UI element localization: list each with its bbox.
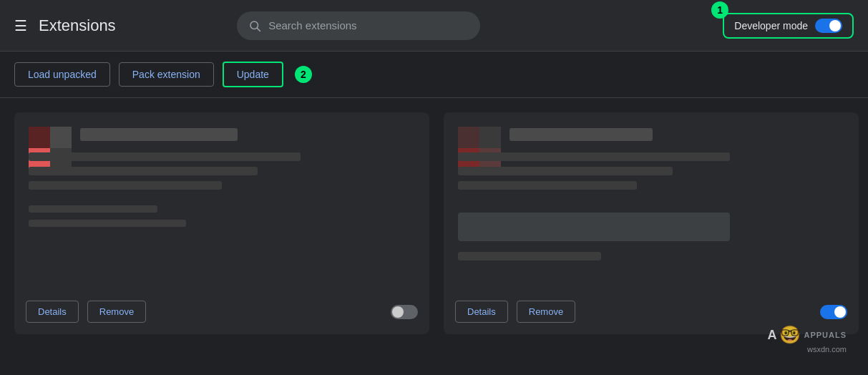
- extension-card-1: Details Remove: [14, 112, 429, 334]
- remove-button-1[interactable]: Remove: [87, 301, 146, 323]
- extension-toggle-1[interactable]: [391, 305, 418, 319]
- card-footer-1: Details Remove: [14, 301, 429, 323]
- menu-icon[interactable]: ☰: [14, 17, 27, 34]
- details-button-1[interactable]: Details: [26, 301, 79, 323]
- card-footer-2: Details Remove: [444, 301, 859, 323]
- brand-name: APPUALS: [804, 331, 847, 339]
- card-body-1: [14, 112, 429, 301]
- card-body-2: [444, 112, 859, 301]
- extension-card-2: Details Remove: [444, 112, 859, 334]
- page-title: Extensions: [39, 16, 116, 35]
- svg-rect-3: [50, 127, 72, 148]
- developer-mode-toggle[interactable]: [815, 19, 842, 33]
- svg-line-1: [258, 28, 260, 31]
- extension-toggle-2[interactable]: [820, 305, 847, 319]
- search-bar[interactable]: [237, 11, 480, 40]
- extension-icon-2: [458, 127, 501, 170]
- svg-rect-6: [458, 127, 479, 148]
- watermark: A 🤓 APPUALS wsxdn.com: [767, 325, 847, 354]
- details-button-2[interactable]: Details: [455, 301, 508, 323]
- update-badge: 2: [295, 66, 312, 83]
- extension-icon-1: [29, 127, 72, 170]
- watermark-site: wsxdn.com: [767, 345, 847, 354]
- developer-mode-label: Developer mode: [734, 20, 808, 31]
- extensions-toolbar: Load unpacked Pack extension Update 2: [0, 52, 868, 98]
- developer-mode-area: 1 Developer mode: [723, 13, 854, 39]
- update-button[interactable]: Update: [223, 62, 283, 87]
- pack-extension-button[interactable]: Pack extension: [119, 62, 214, 87]
- search-icon: [248, 19, 261, 32]
- svg-rect-7: [479, 127, 501, 148]
- svg-rect-2: [29, 127, 50, 148]
- brand-mascot-icon: 🤓: [779, 325, 801, 345]
- search-input[interactable]: [268, 19, 469, 31]
- remove-button-2[interactable]: Remove: [517, 301, 575, 323]
- brand-letter-a: A: [767, 328, 776, 343]
- app-header: ☰ Extensions 1 Developer mode: [0, 0, 868, 52]
- load-unpacked-button[interactable]: Load unpacked: [14, 62, 110, 87]
- developer-mode-badge: 1: [711, 1, 728, 19]
- main-content: Details Remove: [0, 98, 868, 375]
